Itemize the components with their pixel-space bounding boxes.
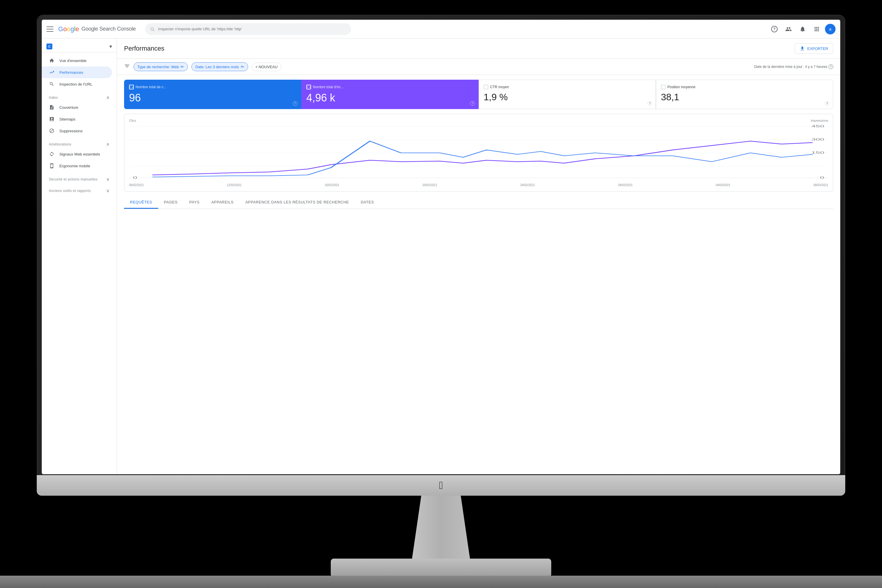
apps-icon-btn[interactable]: [811, 23, 823, 35]
svg-text:0: 0: [133, 176, 137, 179]
sidebar-label-signaux-web: Signaux Web essentiels: [59, 152, 100, 156]
tab-dates[interactable]: DATES: [355, 196, 380, 209]
metric-checkbox-impressions[interactable]: ✓: [306, 85, 311, 89]
sidebar-label-sitemaps: Sitemaps: [59, 117, 75, 122]
metric-checkbox-position[interactable]: [661, 85, 666, 89]
sidebar-item-couverture[interactable]: Couverture: [42, 101, 112, 113]
metric-help-ctr[interactable]: ?: [647, 101, 652, 106]
hamburger-menu[interactable]: [46, 26, 54, 33]
notifications-icon-btn[interactable]: [797, 23, 808, 35]
sidebar-item-ergonomie[interactable]: Ergonomie mobile: [42, 160, 112, 172]
sidebar-item-inspection-url[interactable]: Inspection de l'URL: [42, 78, 112, 90]
chart-axis-labels: Clics Impressions: [129, 119, 828, 122]
section-header-securite[interactable]: Sécurité et actions manuelles ∨: [49, 176, 110, 182]
metric-value-position: 38,1: [661, 92, 828, 103]
export-button[interactable]: EXPORTER: [795, 43, 833, 54]
sidebar-label-performances: Performances: [59, 70, 83, 75]
help-icon-btn[interactable]: ?: [768, 23, 780, 35]
sidebar-section-index: Index ∧: [42, 90, 117, 101]
metric-checkbox-clics[interactable]: ✓: [129, 85, 134, 89]
apple-logo-back: : [439, 479, 443, 492]
section-title-index: Index: [49, 96, 58, 100]
metric-value-clics: 96: [129, 92, 296, 104]
sidebar-section-ameliorations: Améliorations ∧: [42, 137, 117, 148]
section-header-ameliorations[interactable]: Améliorations ∧: [49, 141, 110, 147]
search-input[interactable]: [158, 27, 346, 31]
block-icon: [49, 128, 55, 134]
filter-chip-date[interactable]: Date: Les 3 derniers mois ✏: [191, 62, 248, 71]
metric-label-impressions: Nombre total d'im...: [313, 85, 344, 89]
tab-appareils[interactable]: APPAREILS: [206, 196, 240, 209]
section-header-anciens[interactable]: Anciens outils et rapports ∨: [49, 188, 110, 194]
tab-pays[interactable]: PAYS: [183, 196, 206, 209]
help-info-icon[interactable]: ?: [828, 64, 833, 69]
main-content: Performances EXPORTER: [117, 39, 840, 474]
imac-stand-neck: [406, 496, 476, 563]
metric-help-impressions[interactable]: ?: [470, 101, 475, 106]
chart-svg: 450 300 150 0 0: [129, 123, 828, 182]
bell-icon: [800, 26, 806, 32]
section-title-ameliorations: Améliorations: [49, 142, 72, 146]
metric-help-position[interactable]: ?: [825, 101, 830, 106]
sidebar-item-vue-ensemble[interactable]: Vue d'ensemble: [42, 55, 112, 66]
x-label-5: 28/02/2021: [618, 183, 633, 187]
search-small-icon: [49, 81, 55, 87]
metric-card-ctr[interactable]: CTR moyen 1,9 % ?: [478, 80, 656, 109]
x-label-1: 12/02/2021: [227, 183, 242, 187]
section-title-anciens: Anciens outils et rapports: [49, 189, 91, 193]
filter-chip-search-type[interactable]: Type de recherche: Web ✏: [134, 62, 188, 71]
filters-bar: Type de recherche: Web ✏ Date: Les 3 der…: [117, 59, 840, 75]
metric-card-impressions[interactable]: ✓ Nombre total d'im... 4,96 k ?: [302, 80, 478, 109]
section-chevron-securite: ∨: [106, 176, 110, 182]
metric-card-clics[interactable]: ✓ Nombre total de c... 96 ?: [124, 80, 302, 109]
search-bar[interactable]: [145, 23, 351, 35]
sidebar-item-suppressions[interactable]: Suppressions: [42, 125, 112, 137]
chart-x-labels: 08/02/2021 12/02/2021 16/02/2021 20/02/2…: [129, 183, 828, 187]
section-header-index[interactable]: Index ∧: [49, 94, 110, 100]
metric-card-position[interactable]: Position moyenne 38,1 ?: [656, 80, 833, 109]
x-label-2: 16/02/2021: [325, 183, 339, 187]
person-icon: [785, 26, 792, 32]
metric-label-ctr: CTR moyen: [490, 85, 509, 89]
metric-checkbox-ctr[interactable]: [484, 85, 488, 89]
filter-icon: [124, 63, 130, 70]
home-icon: [49, 58, 55, 63]
tab-pages[interactable]: PAGES: [158, 196, 183, 209]
tab-requetes[interactable]: REQUÊTES: [124, 196, 158, 209]
nav-icons: ?: [768, 23, 836, 35]
section-chevron-ameliorations: ∧: [106, 141, 110, 147]
svg-text:150: 150: [812, 151, 824, 154]
sidebar-label-suppressions: Suppressions: [59, 129, 82, 133]
trending-icon: [49, 69, 55, 75]
x-label-7: 08/03/2021: [813, 183, 828, 187]
bottom-tabs: REQUÊTES PAGES PAYS APPAREILS APPARENCE …: [124, 196, 833, 209]
mobile-icon: [49, 163, 55, 169]
edit-icon: ✏: [180, 64, 184, 69]
x-label-3: 20/02/2021: [423, 183, 437, 187]
add-filter-button[interactable]: + NOUVEAU: [252, 63, 282, 71]
sidebar-item-signaux-web[interactable]: Signaux Web essentiels: [42, 148, 112, 160]
chart-svg-container: 450 300 150 0 0: [129, 123, 828, 182]
sidebar-label-couverture: Couverture: [59, 105, 78, 110]
x-label-0: 08/02/2021: [129, 183, 144, 187]
content-header: Performances EXPORTER: [117, 39, 840, 59]
sidebar-section-securite: Sécurité et actions manuelles ∨: [42, 172, 117, 183]
sidebar-item-performances[interactable]: Performances: [42, 66, 112, 78]
metric-value-impressions: 4,96 k: [306, 92, 474, 104]
tab-apparence[interactable]: APPARENCE DANS LES RÉSULTATS DE RECHERCH…: [239, 196, 355, 209]
accounts-icon-btn[interactable]: [783, 23, 794, 35]
property-selector[interactable]: C ▾: [42, 41, 117, 52]
impressions-line: [152, 141, 813, 175]
sidebar-label-ergonomie: Ergonomie mobile: [59, 164, 90, 168]
metric-value-ctr: 1,9 %: [484, 92, 651, 103]
download-icon: [800, 46, 805, 51]
app-logo: Google Google Search Console: [58, 25, 136, 33]
property-chevron-icon[interactable]: ▾: [110, 43, 112, 50]
vitals-icon: [49, 151, 55, 157]
metrics-row: ✓ Nombre total de c... 96 ? ✓ Nomb: [117, 75, 840, 114]
sidebar-item-sitemaps[interactable]: Sitemaps: [42, 113, 112, 125]
metric-help-clics[interactable]: ?: [293, 101, 297, 106]
user-avatar[interactable]: a: [825, 24, 836, 34]
sidebar-section-anciens: Anciens outils et rapports ∨: [42, 183, 117, 195]
filter-chip-label-1: Type de recherche: Web: [137, 64, 179, 69]
